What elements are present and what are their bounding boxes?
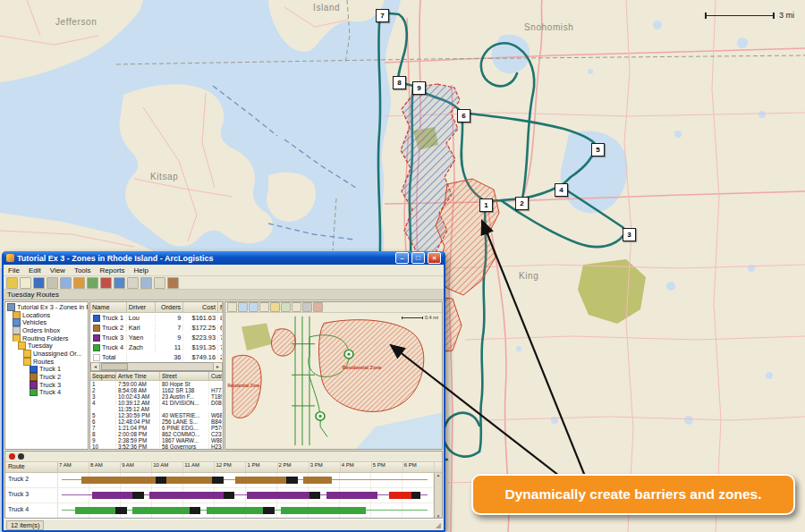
scroll-left-icon[interactable]: ◄ bbox=[90, 362, 100, 371]
tree-item[interactable]: Routing Folders bbox=[5, 334, 88, 342]
gantt-bar[interactable] bbox=[132, 507, 190, 514]
tree-item[interactable]: Orders Inbox bbox=[5, 326, 88, 334]
gantt-bar[interactable] bbox=[281, 507, 367, 514]
stop-row[interactable]: 7 1:21:04 PM 6 PINE EDG... P576 bbox=[90, 425, 223, 431]
gantt-vscrollbar[interactable]: ▲▼ bbox=[434, 473, 442, 519]
gantt-bar[interactable] bbox=[81, 477, 156, 484]
col-header-street[interactable]: Street bbox=[160, 372, 209, 381]
map-tool-icon[interactable] bbox=[238, 302, 248, 312]
record-black-icon[interactable] bbox=[18, 453, 24, 460]
resize-grip[interactable]: ◢ bbox=[436, 521, 441, 529]
gantt-bar[interactable] bbox=[92, 492, 132, 499]
gantt-bar[interactable] bbox=[156, 477, 167, 484]
tree-item[interactable]: Truck 2 bbox=[5, 373, 88, 381]
toolbar-icon[interactable] bbox=[154, 277, 165, 289]
col-header-sequence[interactable]: Sequence bbox=[90, 372, 116, 381]
tree-item[interactable]: Routes bbox=[5, 358, 88, 366]
stop-row[interactable]: 3 10:02:43 AM 23 Austin F... T189 bbox=[90, 393, 223, 400]
scroll-right-icon[interactable]: ► bbox=[213, 362, 223, 371]
gantt-bar[interactable] bbox=[303, 477, 332, 484]
gantt-bar[interactable] bbox=[263, 507, 275, 514]
map-tool-icon[interactable] bbox=[281, 302, 291, 312]
gantt-bar[interactable] bbox=[389, 492, 412, 499]
gantt-bar[interactable] bbox=[286, 477, 298, 484]
stop-row[interactable]: 11:35:12 AM bbox=[90, 406, 223, 412]
toolbar-icon[interactable] bbox=[47, 277, 58, 289]
gantt-bar[interactable] bbox=[235, 477, 286, 484]
gantt-bar[interactable] bbox=[411, 492, 420, 499]
toolbar-icon[interactable] bbox=[20, 277, 31, 289]
summary-row[interactable]: Truck 3 Yaen 9 $223.93 73.6 bbox=[90, 333, 223, 342]
gantt-row-truck2[interactable]: Truck 2 bbox=[5, 473, 442, 488]
menu-item[interactable]: Help bbox=[130, 266, 153, 274]
summary-row[interactable]: Truck 1 Lou 9 $161.63 82.9 bbox=[90, 313, 223, 323]
gantt-bar[interactable] bbox=[190, 507, 201, 514]
gantt-bar[interactable] bbox=[166, 477, 212, 484]
maximize-button[interactable]: □ bbox=[411, 252, 425, 264]
gantt-bar[interactable] bbox=[115, 507, 127, 514]
zone-map[interactable]: Residential Zone Residential Zone 0.4 mi bbox=[225, 313, 442, 449]
gantt-bar[interactable] bbox=[224, 492, 235, 499]
toolbar-icon[interactable] bbox=[140, 277, 152, 289]
map-tool-icon[interactable] bbox=[259, 302, 269, 312]
gantt-bar[interactable] bbox=[149, 492, 224, 499]
gantt-route-header[interactable]: Route bbox=[5, 462, 58, 472]
menu-item[interactable]: Tools bbox=[70, 266, 96, 274]
stop-row[interactable]: 10 3:52:36 PM 58 Governors H234 bbox=[90, 443, 223, 450]
tree-item[interactable]: Tuesday bbox=[5, 342, 88, 350]
tree-item[interactable]: Unassigned Or... bbox=[5, 350, 88, 358]
summary-row[interactable]: Truck 2 Karl 7 $172.25 68.0 bbox=[90, 323, 223, 333]
menu-item[interactable]: View bbox=[46, 266, 70, 274]
col-header-arrive[interactable]: Arrive Time bbox=[116, 372, 160, 381]
map-tool-icon[interactable] bbox=[270, 302, 280, 312]
summary-hscrollbar[interactable]: ◄ ► bbox=[89, 363, 224, 371]
tree-item[interactable]: Truck 3 bbox=[5, 381, 88, 389]
col-header-orders[interactable]: Orders bbox=[156, 302, 183, 313]
gantt-row-truck3[interactable]: Truck 3 bbox=[5, 488, 442, 503]
stop-row[interactable]: 8 2:00:08 PM 862 COMMO... C235 bbox=[90, 431, 223, 437]
col-header-miles[interactable]: Miles bbox=[218, 302, 223, 313]
stop-row[interactable]: 1 7:59:00 AM 80 Hope St bbox=[90, 381, 223, 387]
tree-item[interactable]: Tutorial Ex 3 - Zones in R... bbox=[5, 303, 88, 311]
gantt-row-truck4[interactable]: Truck 4 bbox=[5, 503, 442, 519]
stop-row[interactable]: 9 2:38:59 PM 1867 WARW... W88 bbox=[90, 437, 223, 443]
gantt-bar[interactable] bbox=[132, 492, 144, 499]
toolbar-icon[interactable] bbox=[127, 277, 139, 289]
menu-item[interactable]: Reports bbox=[96, 266, 130, 274]
toolbar-icon[interactable] bbox=[87, 277, 98, 289]
record-red-icon[interactable] bbox=[9, 453, 15, 460]
gantt-bar[interactable] bbox=[212, 477, 224, 484]
toolbar-icon[interactable] bbox=[100, 277, 112, 289]
stop-row[interactable]: 5 12:30:59 PM 40 WESTRIE... W68 bbox=[90, 412, 223, 418]
close-button[interactable]: × bbox=[428, 252, 441, 264]
scroll-up-icon[interactable]: ▲ bbox=[436, 473, 440, 477]
scroll-thumb[interactable] bbox=[101, 363, 128, 370]
toolbar-icon[interactable] bbox=[33, 277, 45, 289]
minimize-button[interactable]: – bbox=[395, 252, 409, 264]
map-tool-icon[interactable] bbox=[249, 302, 258, 312]
gantt-bar[interactable] bbox=[326, 492, 377, 499]
col-header-name[interactable]: Name bbox=[90, 302, 127, 313]
gantt-bar[interactable] bbox=[207, 507, 264, 514]
window-titlebar[interactable]: Tutorial Ex 3 - Zones in Rhode Island - … bbox=[4, 251, 444, 265]
stop-row[interactable]: 4 10:39:12 AM 41 DIVISION... D086 bbox=[90, 400, 223, 406]
tree-item[interactable]: Truck 1 bbox=[5, 366, 88, 374]
toolbar-icon[interactable] bbox=[167, 277, 179, 289]
col-header-cost[interactable]: Cost bbox=[183, 302, 218, 313]
toolbar-icon[interactable] bbox=[60, 277, 72, 289]
map-tool-icon[interactable] bbox=[302, 302, 312, 312]
map-tool-icon[interactable] bbox=[292, 302, 301, 312]
map-tool-icon[interactable] bbox=[227, 302, 237, 312]
summary-row[interactable]: Total 36 $749.16 295.7 bbox=[90, 352, 223, 362]
col-header-driver[interactable]: Driver bbox=[127, 302, 157, 313]
tree-item[interactable]: Vehicles bbox=[5, 318, 88, 326]
menu-item[interactable]: File bbox=[4, 266, 24, 274]
tree-item[interactable]: Truck 4 bbox=[5, 389, 88, 397]
toolbar-icon[interactable] bbox=[73, 277, 85, 289]
stop-row[interactable]: 2 8:54:08 AM 1162 SR 138 H772 bbox=[90, 387, 223, 393]
toolbar-icon[interactable] bbox=[6, 277, 18, 289]
toolbar-icon[interactable] bbox=[114, 277, 125, 289]
gantt-bar[interactable] bbox=[75, 507, 115, 514]
summary-row[interactable]: Truck 4 Zach 11 $191.35 71.2 bbox=[90, 342, 223, 352]
map-tool-icon[interactable] bbox=[313, 302, 323, 312]
